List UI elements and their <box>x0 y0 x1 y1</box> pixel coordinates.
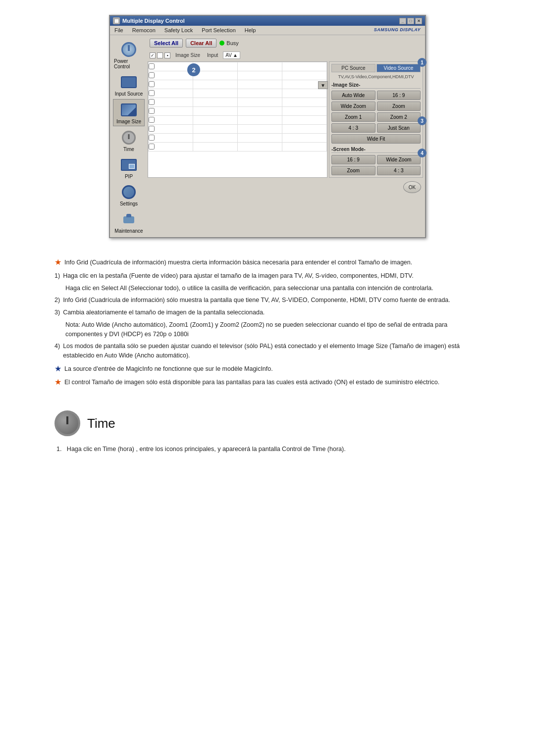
sidebar-label-pip: PIP <box>125 174 133 179</box>
time-title: Time <box>87 416 115 431</box>
table-row <box>149 89 327 98</box>
sidebar-label-input: Input Source <box>115 91 143 97</box>
maintenance-icon <box>121 214 136 225</box>
table-row <box>149 116 327 125</box>
close-button[interactable]: ✕ <box>415 18 422 24</box>
power-icon <box>121 42 136 57</box>
sidebar-item-settings[interactable]: Settings <box>113 182 145 208</box>
menu-safety-lock[interactable]: Safety Lock <box>163 27 194 34</box>
row-cell <box>282 125 327 134</box>
time-section: Time 1. Haga clic en Time (hora) , entre… <box>45 405 490 459</box>
ratio-4-3-button[interactable]: 4 : 3 <box>331 123 375 133</box>
star-note-3: ★ El control Tamaño de imagen sólo está … <box>54 378 481 387</box>
badge-4: 4 <box>418 149 427 157</box>
item-1-text: Haga clic en la pestaña (Fuente de vídeo… <box>63 271 414 281</box>
item-1-sub: Haga clic en Select All (Seleccionar tod… <box>65 284 481 293</box>
auto-wide-button[interactable]: Auto Wide <box>331 91 375 100</box>
row-cell <box>238 116 282 125</box>
row-checkbox[interactable] <box>149 80 193 89</box>
screen-mode-buttons-grid: 16 : 9 Wide Zoom Zoom 4 : 3 <box>331 155 421 175</box>
star-icon-1: ★ <box>54 258 61 266</box>
zoom2-button[interactable]: Zoom 2 <box>377 112 421 122</box>
row-checkbox[interactable] <box>149 134 193 143</box>
badge-2-label: 2 <box>192 66 195 74</box>
row-cell <box>282 134 327 143</box>
row-cell <box>238 89 282 98</box>
busy-dot <box>219 41 224 46</box>
col-av-dropdown[interactable]: AV ▲ <box>223 51 240 59</box>
star-note-1: ★ Info Grid (Cuadrícula de información) … <box>54 258 481 267</box>
time-large-icon <box>54 410 80 436</box>
row-checkbox[interactable] <box>149 98 193 107</box>
samsung-logo: SAMSUNG DISPLAY <box>373 27 422 34</box>
table-row <box>149 107 327 116</box>
time-note-1-num: 1. <box>56 446 61 453</box>
zoom1-button[interactable]: Zoom 1 <box>331 112 375 122</box>
star-note-1-text: Info Grid (Cuadrícula de información) mu… <box>64 258 412 267</box>
row-checkbox[interactable] <box>149 143 193 151</box>
image-size-section-title: -Image Size- <box>331 82 421 89</box>
sidebar-item-input-source[interactable]: Input Source <box>113 72 145 98</box>
settings-icon <box>122 185 136 199</box>
pc-source-tab[interactable]: PC Source <box>331 64 375 72</box>
sm-16-9-button[interactable]: 16 : 9 <box>331 155 375 164</box>
menu-file[interactable]: File <box>113 27 125 34</box>
sidebar-item-image-size[interactable]: Image Size <box>113 99 145 126</box>
menubar: File Remocon Safety Lock Port Selection … <box>110 26 425 35</box>
checkbox-col1[interactable]: ✓ <box>150 52 156 58</box>
zoom-button[interactable]: Zoom <box>377 101 421 111</box>
row-checkbox[interactable] <box>149 125 193 134</box>
menu-port-selection[interactable]: Port Selection <box>200 27 237 34</box>
wide-zoom-button[interactable]: Wide Zoom <box>331 101 375 111</box>
table-row <box>149 143 327 151</box>
menu-remocon[interactable]: Remocon <box>131 27 157 34</box>
row-cell <box>193 125 238 134</box>
maximize-button[interactable]: □ <box>407 18 414 24</box>
row-checkbox[interactable] <box>149 89 193 98</box>
select-all-button[interactable]: Select All <box>150 39 183 48</box>
clear-all-button[interactable]: Clear All <box>186 39 216 48</box>
item-4-text: Los modos de pantalla sólo se pueden aju… <box>63 342 481 360</box>
data-grid <box>148 61 327 178</box>
menu-help[interactable]: Help <box>243 27 258 34</box>
just-scan-button[interactable]: Just Scan <box>377 123 421 133</box>
sm-wide-zoom-button[interactable]: Wide Zoom <box>377 155 421 164</box>
row-checkbox[interactable] <box>149 116 193 125</box>
sidebar-label-time: Time <box>123 147 134 152</box>
sidebar-item-power-control[interactable]: Power Control <box>113 39 145 71</box>
sidebar: Power Control Input Source Image Size Ti… <box>112 37 146 235</box>
table-row <box>149 62 327 71</box>
grid-table-element <box>148 62 327 151</box>
source-subtitle: TV,AV,S-Video,Component,HDMI,DTV <box>331 74 421 79</box>
ok-button[interactable]: OK <box>403 181 421 193</box>
sm-zoom-button[interactable]: Zoom <box>331 166 375 175</box>
row-checkbox[interactable] <box>149 71 193 80</box>
numbered-item-3: 3) Cambia aleatoriamente el tamaño de im… <box>54 308 481 317</box>
sidebar-item-time[interactable]: Time <box>113 127 145 153</box>
item-2-num: 2) <box>54 296 60 305</box>
checkbox-col3[interactable]: ▪ <box>164 52 170 58</box>
row-cell <box>193 116 238 125</box>
badge-1-label: 1 <box>421 60 424 65</box>
right-panel: 1 3 4 PC Source Video Source TV <box>329 61 423 178</box>
sidebar-item-maintenance[interactable]: Maintenance <box>113 209 145 235</box>
app-icon: ▦ <box>113 17 120 24</box>
row-checkbox[interactable] <box>149 107 193 116</box>
sidebar-item-pip[interactable]: PIP <box>113 154 145 181</box>
sidebar-label-imagesize: Image Size <box>116 119 141 124</box>
time-icon <box>122 131 136 145</box>
minimize-button[interactable]: _ <box>399 18 406 24</box>
scroll-area: ▼ <box>318 81 328 89</box>
video-source-tab[interactable]: Video Source <box>376 64 421 72</box>
row-cell <box>193 134 238 143</box>
scroll-down-button[interactable]: ▼ <box>318 81 328 89</box>
table-row <box>149 125 327 134</box>
row-cell <box>282 143 327 151</box>
row-cell <box>282 116 327 125</box>
ratio-16-9-button[interactable]: 16 : 9 <box>377 91 421 100</box>
row-checkbox[interactable] <box>149 62 193 71</box>
checkbox-col2[interactable] <box>157 52 163 58</box>
bottom-bar: OK <box>148 179 423 195</box>
wide-fit-button[interactable]: Wide Fit <box>331 134 421 144</box>
sm-4-3-button[interactable]: 4 : 3 <box>377 166 421 175</box>
